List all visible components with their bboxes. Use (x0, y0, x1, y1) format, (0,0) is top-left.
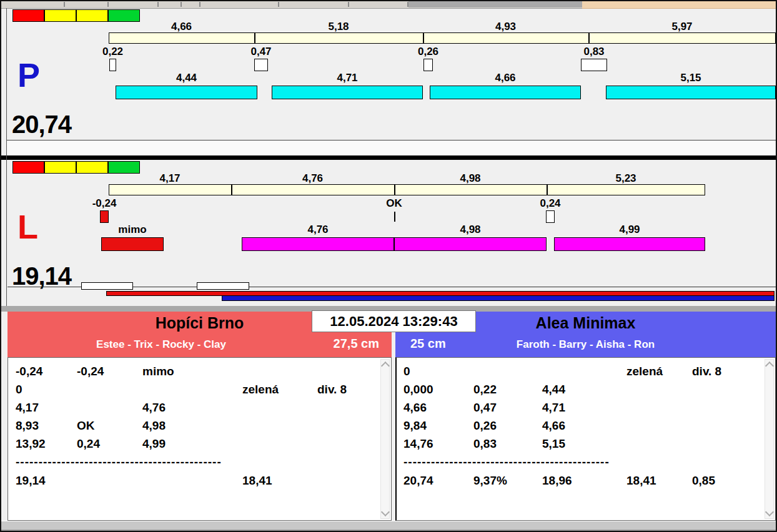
ruler-segment-label: 4,98 (460, 172, 480, 185)
table-cell: 4,17 (16, 401, 39, 415)
team-players: Faroth - Barry - Aisha - Ron (395, 338, 776, 351)
table-cell: 13,92 (16, 437, 46, 451)
lane-total: 20,74 (12, 112, 71, 137)
measure-bar (554, 237, 705, 251)
lane-p-panel: 4,665,184,935,970,220,470,260,834,444,71… (7, 8, 776, 155)
table-total-cell: 18,96 (542, 474, 572, 488)
bar-label: mimo (118, 224, 146, 236)
team-table-0[interactable]: -0,24-0,24mimo0zelenádiv. 84,174,768,93O… (7, 357, 392, 521)
ruler-divider (423, 32, 424, 44)
traffic-square-0 (12, 9, 44, 22)
lane-letter-l: L (17, 210, 38, 244)
table-cell: mimo (142, 365, 174, 378)
bar-label: 4,66 (495, 72, 515, 84)
table-total-cell: 0,85 (692, 474, 715, 488)
bar-label: 4,44 (176, 72, 197, 84)
toolbar-tick (107, 2, 109, 7)
lane-total: 19,14 (12, 264, 71, 288)
overlay-blue-bar (222, 295, 775, 301)
gap-label: 0,22 (102, 46, 123, 58)
measure-bar (272, 86, 423, 99)
ruler-divider (547, 184, 548, 195)
traffic-square-2 (76, 9, 108, 22)
timestamp-text: 12.05.2024 13:29:43 (330, 313, 457, 329)
team-distance: 25 cm (410, 337, 446, 351)
scroll-up-arrow[interactable] (765, 362, 774, 370)
table-scrollbar[interactable] (380, 359, 390, 519)
traffic-square-3 (108, 161, 140, 174)
ruler-divider (394, 184, 395, 195)
gap-box (254, 59, 268, 71)
ruler-bar (109, 184, 705, 195)
team-players: Estee - Trix - Rocky - Clay (7, 338, 315, 351)
ruler-divider (254, 32, 255, 44)
ruler-segment-label: 4,93 (495, 21, 516, 33)
scroll-down-arrow[interactable] (765, 508, 774, 516)
toolbar-tick (157, 2, 159, 7)
measure-bar (430, 86, 581, 99)
ruler-bar (109, 32, 776, 44)
ruler-divider (588, 32, 590, 44)
gap-box (546, 210, 555, 223)
measure-bar (116, 86, 257, 99)
gap-label: 0,47 (250, 46, 271, 58)
measure-bar (242, 237, 394, 251)
toolbar-tick (348, 2, 349, 7)
panel-divider (1, 155, 777, 160)
overlay-box (81, 282, 133, 290)
gap-label: 0,24 (540, 197, 560, 210)
traffic-square-1 (44, 9, 76, 22)
team-table-1[interactable]: 0zelenádiv. 80,0000,224,444,660,474,719,… (395, 357, 776, 521)
table-total-cell: 18,41 (626, 474, 656, 488)
table-cell: 0 (403, 365, 410, 378)
measure-bar (394, 237, 547, 251)
table-scrollbar[interactable] (765, 359, 774, 519)
measurement-window: 4,665,184,935,970,220,470,260,834,444,71… (0, 0, 777, 532)
table-cell: -0,24 (77, 365, 104, 378)
toolbar-tick (278, 2, 279, 7)
bar-label: 5,15 (680, 72, 701, 84)
ruler-divider (231, 184, 232, 195)
toolbar-tick (64, 2, 65, 7)
ruler-segment-label: 5,97 (671, 21, 692, 33)
window-inner-border-left (6, 8, 7, 306)
team-distance: 27,5 cm (334, 337, 379, 351)
ruler-segment-label: 5,23 (615, 172, 636, 185)
table-total-cell: 19,14 (16, 474, 46, 488)
gap-box (581, 59, 607, 71)
scroll-down-arrow[interactable] (381, 508, 390, 516)
timestamp-box: 12.05.2024 13:29:43 (312, 310, 476, 332)
gap-label: OK (386, 197, 402, 210)
table-cell: -0,24 (16, 365, 42, 378)
status-bar-lower (1, 530, 777, 532)
ok-tick (394, 212, 395, 222)
status-bar (1, 521, 777, 530)
window-inner-border-right (776, 8, 776, 306)
table-cell: div. 8 (692, 365, 721, 378)
scroll-up-arrow[interactable] (381, 362, 390, 370)
table-cell: 4,98 (142, 419, 166, 433)
table-cell: zelená (242, 383, 279, 397)
measure-bar (101, 237, 164, 251)
measure-bar (606, 86, 776, 99)
traffic-square-2 (76, 161, 108, 174)
table-cell: 14,76 (403, 437, 433, 451)
table-cell: 4,66 (403, 401, 427, 415)
table-cell: 0,000 (403, 383, 433, 397)
gap-box (109, 59, 116, 71)
ruler-segment-label: 4,66 (171, 21, 192, 33)
table-cell: 4,71 (542, 401, 565, 415)
gap-box (423, 59, 433, 71)
table-cell: 8,93 (16, 419, 39, 433)
traffic-square-0 (12, 161, 44, 174)
gap-label: 0,26 (418, 46, 438, 58)
bar-label: 4,76 (307, 224, 328, 236)
toolbar-tick (199, 2, 200, 7)
table-cell: 0,83 (473, 437, 497, 451)
toolbar-segment-dark (408, 1, 582, 7)
ruler-segment-label: 4,76 (302, 172, 323, 185)
gap-label: -0,24 (92, 197, 117, 210)
table-cell: OK (77, 419, 95, 433)
overlay-box (197, 282, 249, 290)
table-cell: 4,99 (142, 437, 166, 451)
